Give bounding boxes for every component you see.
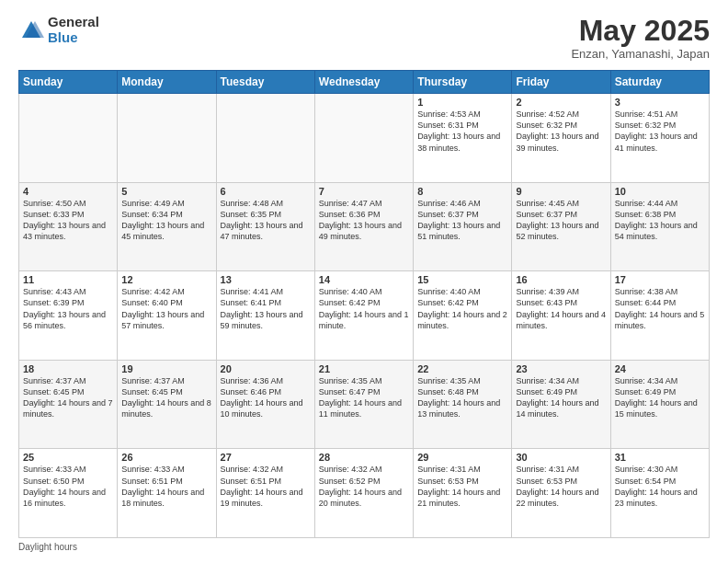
day-of-week-header: Sunday (19, 71, 118, 94)
day-number: 1 (417, 97, 507, 108)
calendar-day-cell: 30Sunrise: 4:31 AM Sunset: 6:53 PM Dayli… (512, 449, 610, 538)
day-number: 14 (319, 274, 409, 285)
day-number: 11 (23, 274, 113, 285)
day-number: 29 (417, 452, 507, 463)
calendar-week-row: 4Sunrise: 4:50 AM Sunset: 6:33 PM Daylig… (19, 182, 710, 271)
calendar-day-cell (19, 94, 118, 183)
calendar-day-cell (314, 94, 413, 183)
day-number: 18 (23, 363, 113, 374)
calendar-day-cell: 6Sunrise: 4:48 AM Sunset: 6:35 PM Daylig… (216, 182, 314, 271)
calendar-day-cell: 1Sunrise: 4:53 AM Sunset: 6:31 PM Daylig… (414, 94, 512, 183)
day-of-week-header: Wednesday (314, 71, 413, 94)
calendar-day-cell: 13Sunrise: 4:41 AM Sunset: 6:41 PM Dayli… (216, 271, 314, 361)
day-number: 31 (615, 452, 705, 463)
day-info: Sunrise: 4:39 AM Sunset: 6:43 PM Dayligh… (516, 286, 606, 331)
day-of-week-header: Tuesday (216, 71, 314, 94)
calendar-week-row: 18Sunrise: 4:37 AM Sunset: 6:45 PM Dayli… (19, 360, 710, 449)
day-number: 24 (615, 363, 705, 374)
day-info: Sunrise: 4:45 AM Sunset: 6:37 PM Dayligh… (516, 198, 606, 243)
day-number: 19 (121, 363, 211, 374)
calendar-day-cell: 4Sunrise: 4:50 AM Sunset: 6:33 PM Daylig… (19, 182, 118, 271)
day-info: Sunrise: 4:40 AM Sunset: 6:42 PM Dayligh… (417, 286, 507, 331)
days-of-week-row: SundayMondayTuesdayWednesdayThursdayFrid… (19, 71, 710, 94)
calendar-header: SundayMondayTuesdayWednesdayThursdayFrid… (19, 71, 710, 94)
calendar-day-cell: 8Sunrise: 4:46 AM Sunset: 6:37 PM Daylig… (414, 182, 512, 271)
day-info: Sunrise: 4:34 AM Sunset: 6:49 PM Dayligh… (516, 375, 606, 420)
calendar-day-cell: 14Sunrise: 4:40 AM Sunset: 6:42 PM Dayli… (314, 271, 413, 361)
day-number: 4 (23, 186, 113, 197)
day-number: 23 (516, 363, 606, 374)
day-info: Sunrise: 4:51 AM Sunset: 6:32 PM Dayligh… (615, 109, 705, 154)
day-number: 9 (516, 186, 606, 197)
day-of-week-header: Thursday (414, 71, 512, 94)
calendar-week-row: 1Sunrise: 4:53 AM Sunset: 6:31 PM Daylig… (19, 94, 710, 183)
day-number: 15 (417, 274, 507, 285)
day-number: 27 (221, 452, 311, 463)
day-info: Sunrise: 4:50 AM Sunset: 6:33 PM Dayligh… (23, 198, 113, 243)
day-number: 7 (319, 186, 409, 197)
footer-note: Daylight hours (18, 542, 710, 552)
day-number: 28 (319, 452, 409, 463)
day-info: Sunrise: 4:35 AM Sunset: 6:48 PM Dayligh… (417, 375, 507, 420)
day-info: Sunrise: 4:47 AM Sunset: 6:36 PM Dayligh… (319, 198, 409, 243)
day-info: Sunrise: 4:44 AM Sunset: 6:38 PM Dayligh… (615, 198, 705, 243)
calendar-day-cell: 20Sunrise: 4:36 AM Sunset: 6:46 PM Dayli… (216, 360, 314, 449)
day-info: Sunrise: 4:42 AM Sunset: 6:40 PM Dayligh… (121, 286, 211, 331)
day-info: Sunrise: 4:32 AM Sunset: 6:51 PM Dayligh… (221, 464, 311, 509)
day-info: Sunrise: 4:31 AM Sunset: 6:53 PM Dayligh… (417, 464, 507, 509)
day-number: 26 (121, 452, 211, 463)
calendar-day-cell: 29Sunrise: 4:31 AM Sunset: 6:53 PM Dayli… (414, 449, 512, 538)
day-info: Sunrise: 4:37 AM Sunset: 6:45 PM Dayligh… (121, 375, 211, 420)
day-number: 25 (23, 452, 113, 463)
day-info: Sunrise: 4:37 AM Sunset: 6:45 PM Dayligh… (23, 375, 113, 420)
day-info: Sunrise: 4:46 AM Sunset: 6:37 PM Dayligh… (417, 198, 507, 243)
day-info: Sunrise: 4:33 AM Sunset: 6:50 PM Dayligh… (23, 464, 113, 509)
logo: General Blue (18, 15, 99, 45)
day-number: 13 (221, 274, 311, 285)
logo-blue-text: Blue (48, 30, 99, 46)
day-info: Sunrise: 4:31 AM Sunset: 6:53 PM Dayligh… (516, 464, 606, 509)
page: General Blue May 2025 Enzan, Yamanashi, … (0, 0, 728, 563)
day-of-week-header: Friday (512, 71, 610, 94)
calendar-day-cell: 9Sunrise: 4:45 AM Sunset: 6:37 PM Daylig… (512, 182, 610, 271)
calendar-day-cell: 16Sunrise: 4:39 AM Sunset: 6:43 PM Dayli… (512, 271, 610, 361)
calendar-day-cell (216, 94, 314, 183)
calendar-day-cell: 11Sunrise: 4:43 AM Sunset: 6:39 PM Dayli… (19, 271, 118, 361)
day-of-week-header: Monday (118, 71, 216, 94)
day-number: 30 (516, 452, 606, 463)
day-number: 8 (417, 186, 507, 197)
calendar-body: 1Sunrise: 4:53 AM Sunset: 6:31 PM Daylig… (19, 94, 710, 538)
day-info: Sunrise: 4:52 AM Sunset: 6:32 PM Dayligh… (516, 109, 606, 154)
calendar-day-cell: 27Sunrise: 4:32 AM Sunset: 6:51 PM Dayli… (216, 449, 314, 538)
calendar-day-cell: 21Sunrise: 4:35 AM Sunset: 6:47 PM Dayli… (314, 360, 413, 449)
calendar-day-cell: 24Sunrise: 4:34 AM Sunset: 6:49 PM Dayli… (610, 360, 709, 449)
location-subtitle: Enzan, Yamanashi, Japan (571, 47, 710, 61)
day-of-week-header: Saturday (610, 71, 709, 94)
day-number: 6 (221, 186, 311, 197)
calendar-day-cell (118, 94, 216, 183)
calendar-day-cell: 22Sunrise: 4:35 AM Sunset: 6:48 PM Dayli… (414, 360, 512, 449)
day-info: Sunrise: 4:33 AM Sunset: 6:51 PM Dayligh… (121, 464, 211, 509)
day-number: 2 (516, 97, 606, 108)
header: General Blue May 2025 Enzan, Yamanashi, … (18, 15, 710, 61)
day-info: Sunrise: 4:41 AM Sunset: 6:41 PM Dayligh… (221, 286, 311, 331)
calendar-day-cell: 26Sunrise: 4:33 AM Sunset: 6:51 PM Dayli… (118, 449, 216, 538)
day-info: Sunrise: 4:35 AM Sunset: 6:47 PM Dayligh… (319, 375, 409, 420)
calendar-table: SundayMondayTuesdayWednesdayThursdayFrid… (18, 70, 710, 538)
calendar-day-cell: 31Sunrise: 4:30 AM Sunset: 6:54 PM Dayli… (610, 449, 709, 538)
calendar-day-cell: 23Sunrise: 4:34 AM Sunset: 6:49 PM Dayli… (512, 360, 610, 449)
calendar-day-cell: 3Sunrise: 4:51 AM Sunset: 6:32 PM Daylig… (610, 94, 709, 183)
calendar-day-cell: 7Sunrise: 4:47 AM Sunset: 6:36 PM Daylig… (314, 182, 413, 271)
day-info: Sunrise: 4:53 AM Sunset: 6:31 PM Dayligh… (417, 109, 507, 154)
day-number: 20 (221, 363, 311, 374)
day-info: Sunrise: 4:34 AM Sunset: 6:49 PM Dayligh… (615, 375, 705, 420)
day-number: 17 (615, 274, 705, 285)
day-info: Sunrise: 4:38 AM Sunset: 6:44 PM Dayligh… (615, 286, 705, 331)
day-info: Sunrise: 4:48 AM Sunset: 6:35 PM Dayligh… (221, 198, 311, 243)
day-info: Sunrise: 4:49 AM Sunset: 6:34 PM Dayligh… (121, 198, 211, 243)
logo-icon (18, 17, 44, 43)
calendar-day-cell: 15Sunrise: 4:40 AM Sunset: 6:42 PM Dayli… (414, 271, 512, 361)
calendar-day-cell: 25Sunrise: 4:33 AM Sunset: 6:50 PM Dayli… (19, 449, 118, 538)
day-info: Sunrise: 4:40 AM Sunset: 6:42 PM Dayligh… (319, 286, 409, 331)
title-block: May 2025 Enzan, Yamanashi, Japan (571, 15, 710, 61)
